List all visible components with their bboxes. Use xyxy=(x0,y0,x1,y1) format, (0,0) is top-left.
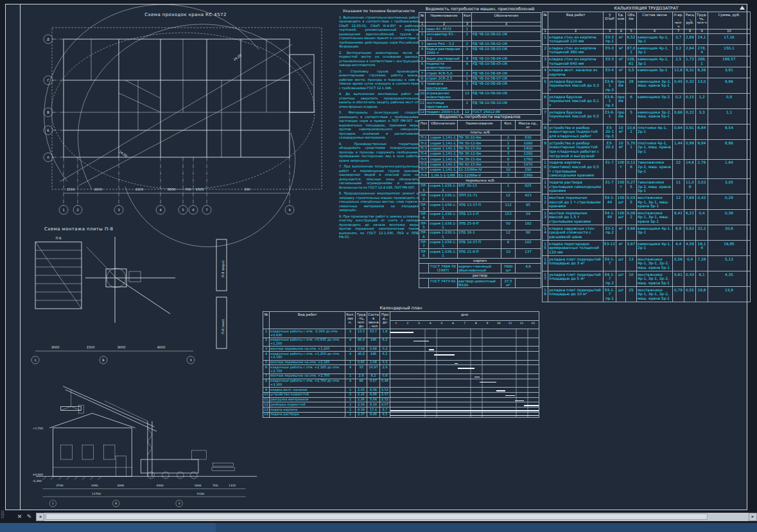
cell: 0,91 xyxy=(684,124,696,140)
cell: 2360 xyxy=(516,173,541,178)
cell: Е4-1-44 xyxy=(604,210,616,225)
cell: 10,61 xyxy=(626,124,637,140)
gantt-bar xyxy=(429,349,433,350)
cell: 100 шт xyxy=(616,210,626,225)
cell: 9,84 xyxy=(696,140,708,160)
cell: 6,2 xyxy=(380,338,390,347)
cell: 2 xyxy=(345,392,356,397)
cell: 3,66 xyxy=(626,225,637,241)
dimension-label: 3000 xyxy=(51,345,60,349)
cell: 2,57 xyxy=(380,392,390,397)
cell: 0,4 xyxy=(696,210,708,225)
cell: серия 1.141-1 xyxy=(429,167,458,172)
scroll-right-arrow-icon[interactable]: ▸ xyxy=(749,513,757,521)
cad-canvas[interactable]: Схема проходок крана КС 4572 xyxy=(0,0,757,532)
cell: серия 1.038.1-1 xyxy=(429,239,458,249)
cell: 11 xyxy=(419,100,426,110)
crane-elevation xyxy=(61,386,234,479)
day-number: 8 xyxy=(470,322,482,325)
gantt-bar xyxy=(480,382,497,383)
dimension-label: 4000 xyxy=(157,484,164,487)
table-row: 16укладка плит перекрытий площадью до 3 … xyxy=(543,256,751,271)
cell: РД ЧВ-10-ЗВ-10-ОК xyxy=(472,100,541,110)
cell: 14 xyxy=(543,225,548,241)
gantt-cell xyxy=(390,365,539,374)
safety-paragraph: 7. При выполнении погрузочно-разгрузочны… xyxy=(339,164,419,189)
cell: 0,2 xyxy=(380,347,390,352)
cell: 17,4 xyxy=(367,408,380,413)
cell: 2,37 xyxy=(356,412,367,417)
table-row: 13монтаж перемычек массой до 1,5 т стрел… xyxy=(543,210,751,225)
cell: РД ЧВ-10-ЗВ-03-ОК xyxy=(472,46,541,56)
cell: м³ xyxy=(616,34,626,45)
cell: 6 xyxy=(626,94,637,109)
cell: 1080 xyxy=(516,141,541,146)
cell: 4 xyxy=(345,352,356,361)
cell: 0,56 xyxy=(673,256,684,271)
cell: 6,1 xyxy=(696,271,708,287)
dimension-label: 300 xyxy=(244,187,250,191)
cell: 4,59 xyxy=(684,241,696,256)
cell: разборка подмостей xyxy=(270,402,345,408)
cell: 9,5 xyxy=(380,412,390,417)
day-number: 1 xyxy=(390,322,402,325)
cell: 3,7 xyxy=(673,34,684,45)
drawing-sheet: Схема проходок крана КС 4572 xyxy=(5,4,747,510)
cell: 1 xyxy=(501,183,516,193)
dimension-label: 700 xyxy=(213,484,218,487)
cell: 53,7 xyxy=(367,329,380,338)
cell: 8,8 xyxy=(673,225,684,241)
cell: каменщики 4р-1, 3р-1 xyxy=(637,225,673,241)
table-row: 7укладка брусков перемычек массой до 0,5… xyxy=(543,109,751,124)
cell: 8 xyxy=(263,379,270,388)
cell: проём xyxy=(616,94,626,109)
cell: 13 xyxy=(263,408,270,413)
gantt-cell xyxy=(390,392,539,397)
cell: 3 xyxy=(604,30,616,34)
close-icon[interactable]: ✕ xyxy=(15,513,24,521)
cell: 3,67 xyxy=(626,241,637,256)
cell: устройство подмостей xyxy=(270,392,345,397)
dimension-label: 4000 xyxy=(157,345,166,349)
cell: 10 xyxy=(626,271,637,287)
day-number: 9 xyxy=(482,322,493,325)
cell: монтажники 4р-1, 3р-1, 2р-2, маш. крана … xyxy=(637,271,673,287)
table-row: П-81.09.1-1-1/88Б1-12/86м-V32360 xyxy=(419,173,541,178)
cell: 7 xyxy=(543,109,548,124)
elevation-axes: 1Б3 xyxy=(49,500,182,507)
day-number: 4 xyxy=(424,322,436,325)
cell: Труд-ть, чел-ч xyxy=(696,12,708,30)
cell: 1 xyxy=(501,162,516,167)
table-row: ПР-1серия 1.038.1-16ПГ 30-131825 xyxy=(419,183,541,193)
cell: 10 м³ xyxy=(616,124,626,140)
scroll-left-arrow-icon[interactable]: ◂ xyxy=(36,513,44,521)
grip-dots-icon[interactable]: ⠿⠿ xyxy=(1,511,4,519)
crane-plan-symbol xyxy=(85,237,175,323)
cell: 9 xyxy=(696,30,708,34)
cell: 0,65 xyxy=(356,360,367,365)
cell: 1280 xyxy=(516,151,541,156)
materials-table-title: Ведомость потребности материалов xyxy=(419,114,541,120)
cell: 16,97 xyxy=(367,365,380,374)
pen-icon[interactable]: ✎ xyxy=(25,513,33,521)
table-row: ПР-2серия 1.038.1-13ПП 21-7112423 xyxy=(419,193,541,202)
horizontal-scrollbar[interactable]: ◂ ▸ xyxy=(36,513,757,521)
cell: № xyxy=(263,312,270,329)
cell: м³ xyxy=(616,45,626,56)
scrollbar-track[interactable] xyxy=(44,513,749,521)
table-row: П-2серия 1.141-1ПК 30-12-8м11080 xyxy=(419,141,541,146)
safety-paragraph: 5. Материалы (конструкции) следует разме… xyxy=(339,110,419,140)
table-row: 10устройство подмостей22,228,882,57 xyxy=(263,392,539,397)
cell: 0,67 xyxy=(367,379,380,388)
cell: 423 xyxy=(516,193,541,202)
table-row: 10ограждение инвентарное12РД ЧВ-10-ЗВ-09… xyxy=(419,90,541,100)
cell: 10 xyxy=(543,159,548,179)
cell: лестница приставная xyxy=(426,100,463,110)
scrollbar-thumb[interactable] xyxy=(46,513,708,520)
cell: Масса ед., кг xyxy=(516,121,541,130)
cell xyxy=(419,279,429,288)
table-row: 13подача кирпича14,3417,48,7 xyxy=(263,408,539,413)
cell: 0,99 xyxy=(684,140,696,160)
cell: кладка наружных стен средней сложности с… xyxy=(548,225,604,241)
safety-paragraph: 2. Эксплуатацию инвентарных лесов и подм… xyxy=(339,51,419,67)
